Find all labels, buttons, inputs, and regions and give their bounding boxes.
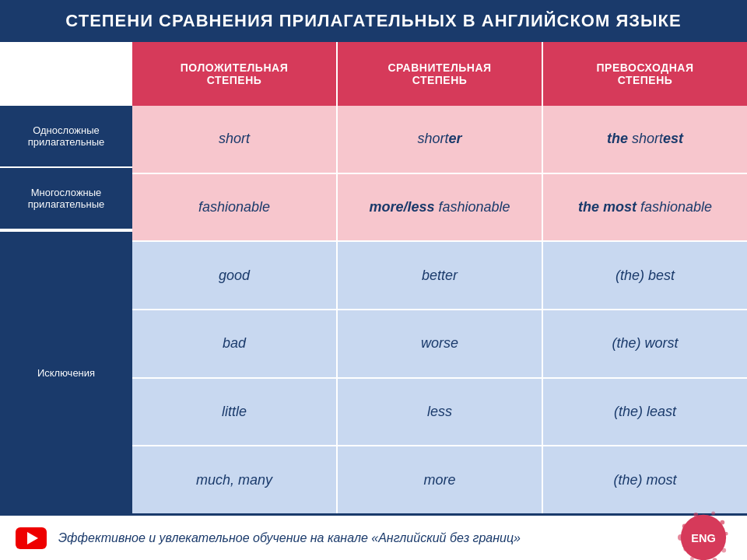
cell-short-superlative: the shortest bbox=[543, 106, 747, 173]
svg-point-9 bbox=[690, 556, 694, 560]
footer: Эффективное и увлекательное обучение на … bbox=[0, 513, 747, 560]
cell-little-comparative: less bbox=[338, 379, 543, 446]
cell-bad-positive: bad bbox=[132, 310, 338, 377]
svg-point-2 bbox=[678, 534, 684, 541]
svg-point-4 bbox=[720, 520, 724, 524]
cell-fashionable-superlative: the most fashionable bbox=[543, 174, 747, 241]
category-monosyllabic: Односложные прилагательные bbox=[0, 106, 132, 168]
cell-short-positive: short bbox=[132, 106, 338, 173]
content-area: Односложные прилагательные Многосложные … bbox=[0, 42, 747, 513]
table-row: good better (the) best bbox=[132, 242, 747, 310]
page-title: СТЕПЕНИ СРАВНЕНИЯ ПРИЛАГАТЕЛЬНЫХ В АНГЛИ… bbox=[0, 0, 747, 42]
cell-many-positive: much, many bbox=[132, 446, 338, 513]
left-sidebar: Односложные прилагательные Многосложные … bbox=[0, 42, 132, 513]
svg-text:ENG: ENG bbox=[691, 531, 716, 544]
category-exceptions: Исключения bbox=[0, 230, 132, 513]
dots-decoration: ENG bbox=[677, 511, 730, 561]
svg-point-7 bbox=[693, 512, 698, 516]
cell-bad-comparative: worse bbox=[338, 310, 543, 377]
youtube-icon bbox=[16, 527, 47, 549]
play-triangle bbox=[27, 532, 38, 544]
svg-point-8 bbox=[711, 511, 715, 515]
svg-point-3 bbox=[683, 546, 689, 551]
cell-good-comparative: better bbox=[338, 242, 543, 309]
col-header-positive: ПОЛОЖИТЕЛЬНАЯ СТЕПЕНЬ bbox=[132, 42, 336, 106]
main-container: СТЕПЕНИ СРАВНЕНИЯ ПРИЛАГАТЕЛЬНЫХ В АНГЛИ… bbox=[0, 0, 747, 560]
col-header-comparative: СРАВНИТЕЛЬНАЯ СТЕПЕНЬ bbox=[338, 42, 542, 106]
cell-fashionable-positive: fashionable bbox=[132, 174, 338, 241]
cell-many-comparative: more bbox=[338, 446, 543, 513]
cell-many-superlative: (the) most bbox=[543, 446, 747, 513]
footer-text: Эффективное и увлекательное обучение на … bbox=[58, 531, 665, 545]
table-row: little less (the) least bbox=[132, 379, 747, 447]
column-headers: ПОЛОЖИТЕЛЬНАЯ СТЕПЕНЬ СРАВНИТЕЛЬНАЯ СТЕП… bbox=[132, 42, 747, 106]
cell-short-comparative: shorter bbox=[338, 106, 543, 173]
eng-badge: ENG bbox=[677, 511, 731, 561]
category-polysyllabic: Многосложные прилагательные bbox=[0, 168, 132, 230]
cell-bad-superlative: (the) worst bbox=[543, 310, 747, 377]
cell-fashionable-comparative: more/less fashionable bbox=[338, 174, 543, 241]
cell-good-positive: good bbox=[132, 242, 338, 309]
table-area: ПОЛОЖИТЕЛЬНАЯ СТЕПЕНЬ СРАВНИТЕЛЬНАЯ СТЕП… bbox=[132, 42, 747, 513]
table-row: much, many more (the) most bbox=[132, 446, 747, 513]
cell-good-superlative: (the) best bbox=[543, 242, 747, 309]
cell-little-positive: little bbox=[132, 379, 338, 446]
table-row: bad worse (the) worst bbox=[132, 310, 747, 379]
svg-point-6 bbox=[721, 548, 726, 552]
col-header-superlative: ПРЕВОСХОДНАЯ СТЕПЕНЬ bbox=[543, 42, 747, 106]
cell-little-superlative: (the) least bbox=[543, 379, 747, 446]
table-row: fashionable more/less fashionable the mo… bbox=[132, 174, 747, 243]
svg-point-1 bbox=[682, 523, 687, 528]
table-row: short shorter the shortest bbox=[132, 106, 747, 174]
data-rows: short shorter the shortest fashionable bbox=[132, 106, 747, 513]
svg-point-5 bbox=[724, 531, 728, 535]
